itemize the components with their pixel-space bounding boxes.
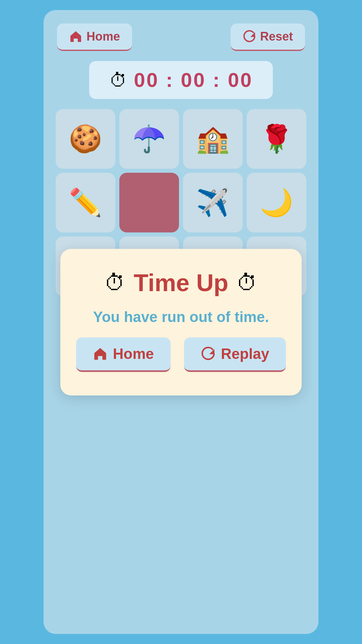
modal-home-label: Home bbox=[113, 345, 154, 362]
modal-buttons: Home Replay bbox=[76, 337, 286, 372]
modal-home-button[interactable]: Home bbox=[76, 337, 171, 372]
game-container: Home Reset ⏱ 00 : 00 : 00 🍪 ☂️ 🏫 🌹 ⏱ Tim… bbox=[44, 10, 318, 634]
stopwatch-left-icon: ⏱ bbox=[104, 270, 126, 295]
modal-subtitle: You have run out of time. bbox=[93, 309, 269, 325]
modal-replay-label: Replay bbox=[221, 345, 269, 362]
modal-home-icon bbox=[93, 346, 108, 361]
modal-replay-icon bbox=[201, 346, 216, 361]
modal-box: ⏱ Time Up ⏱ You have run out of time. Ho… bbox=[60, 249, 302, 395]
modal-title-row: ⏱ Time Up ⏱ bbox=[104, 269, 258, 297]
stopwatch-right-icon: ⏱ bbox=[236, 270, 258, 295]
modal-title: Time Up bbox=[134, 269, 229, 297]
modal-replay-button[interactable]: Replay bbox=[184, 337, 286, 372]
modal-overlay: ⏱ Time Up ⏱ You have run out of time. Ho… bbox=[44, 10, 318, 634]
